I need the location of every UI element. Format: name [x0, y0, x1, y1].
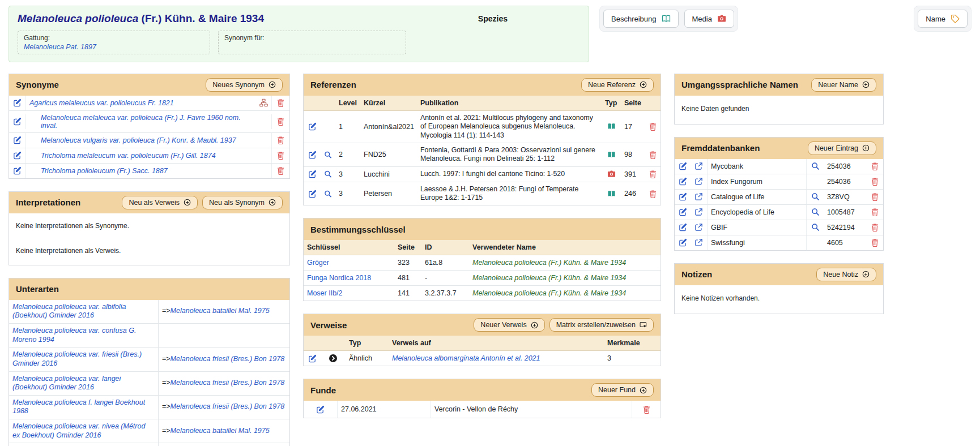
synonym-link[interactable]: Agaricus melaleucus var. polioleucus Fr.…	[29, 99, 174, 107]
edit-icon[interactable]	[9, 164, 26, 178]
edit-icon[interactable]	[304, 147, 321, 162]
camera-icon	[717, 14, 726, 23]
synonyme-panel-header: Synonyme Neues Synonym	[9, 74, 289, 96]
external-link-icon[interactable]	[691, 205, 708, 220]
delete-icon[interactable]	[645, 167, 661, 182]
delete-icon[interactable]	[866, 174, 883, 189]
search-icon[interactable]	[321, 186, 335, 201]
new-name-button[interactable]: Neuer Name	[811, 78, 876, 92]
title-author: (Fr.) Kühn. & Maire 1934	[142, 12, 264, 24]
delete-icon[interactable]	[866, 220, 883, 235]
edit-icon[interactable]	[304, 167, 321, 182]
new-synonym-button[interactable]: Neues Synonym	[206, 78, 283, 92]
edit-icon[interactable]	[675, 159, 691, 174]
edit-icon[interactable]	[304, 186, 321, 201]
new-verweis-button[interactable]: Neuer Verweis	[474, 318, 544, 332]
edit-icon[interactable]	[9, 96, 26, 110]
delete-icon[interactable]	[271, 164, 289, 178]
subtaxon-link[interactable]: Melanoleuca polioleuca var. confusa G. M…	[12, 327, 136, 344]
delete-icon[interactable]	[645, 147, 661, 162]
delete-icon[interactable]	[645, 186, 661, 201]
table-row: GBIF 5242194	[675, 220, 883, 235]
new-as-verweis-button[interactable]: Neu als Verweis	[122, 196, 198, 209]
edit-icon[interactable]	[675, 235, 691, 250]
gattung-link[interactable]: Melanoleuca Pat. 1897	[24, 43, 96, 51]
delete-icon[interactable]	[632, 401, 661, 418]
edit-icon[interactable]	[9, 114, 26, 129]
new-note-button[interactable]: Neue Notiz	[816, 268, 876, 281]
name-button[interactable]: Name	[918, 10, 968, 28]
subtaxon-ref-link[interactable]: Melanoleuca bataillei Mal. 1975	[171, 307, 270, 315]
key-link[interactable]: Moser IIb/2	[307, 289, 343, 297]
left-column: Synonyme Neues Synonym Agaricus melaleuc…	[8, 74, 290, 446]
media-button[interactable]: Media	[684, 10, 734, 28]
external-link-icon[interactable]	[691, 174, 708, 189]
synonym-link[interactable]: Melanoleuca vulgaris var. polioleuca (Fr…	[41, 136, 236, 144]
search-icon[interactable]	[807, 205, 824, 220]
database-name: Encyclopedia of Life	[708, 205, 807, 220]
verweis-merkmale: 3	[604, 351, 661, 366]
new-entry-button[interactable]: Neuer Eintrag	[808, 141, 876, 155]
new-fund-button[interactable]: Neuer Fund	[591, 383, 654, 397]
edit-icon[interactable]	[675, 220, 691, 235]
edit-icon[interactable]	[675, 205, 691, 220]
edit-icon[interactable]	[675, 174, 691, 189]
matrix-button[interactable]: Matrix erstellen/zuweisen	[549, 318, 654, 332]
goto-icon[interactable]	[321, 351, 346, 366]
rank-label: Spezies	[478, 12, 508, 23]
search-icon[interactable]	[807, 220, 824, 235]
plus-circle-icon	[640, 81, 647, 88]
edit-icon[interactable]	[304, 401, 338, 418]
synonym-link[interactable]: Melanoleuca melaleuca var. polioleuca (F…	[41, 114, 252, 130]
edit-icon[interactable]	[9, 133, 26, 148]
delete-icon[interactable]	[866, 235, 883, 250]
search-icon[interactable]	[321, 147, 335, 162]
delete-icon[interactable]	[866, 190, 883, 204]
delete-icon[interactable]	[271, 133, 289, 148]
middle-column: Referenzen Neue Referenz Level Kürzel Pu…	[303, 74, 661, 431]
new-as-synonym-button[interactable]: Neu als Synonym	[202, 196, 283, 209]
subtaxon-ref-link[interactable]: Melanoleuca bataillei Mal. 1975	[171, 427, 270, 435]
edit-icon[interactable]	[675, 190, 691, 204]
subtaxon-ref-link[interactable]: Melanoleuca friesii (Bres.) Bon 1978	[171, 379, 285, 387]
panel-title: Fremddatenbanken	[681, 143, 760, 153]
delete-icon[interactable]	[866, 205, 883, 220]
subtaxon-link[interactable]: Melanoleuca polioleuca f. langei Boekhou…	[12, 398, 145, 415]
search-icon[interactable]	[807, 190, 824, 204]
external-link-icon[interactable]	[691, 220, 708, 235]
edit-icon[interactable]	[304, 351, 321, 366]
subtaxon-link[interactable]: Melanoleuca polioleuca var. friesii (Bre…	[12, 350, 142, 367]
spacer	[304, 336, 321, 350]
subtaxon-ref-link[interactable]: Melanoleuca friesii (Bres.) Bon 1978	[171, 355, 285, 363]
synonym-link[interactable]: Tricholoma polioleucum (Fr.) Sacc. 1887	[41, 167, 168, 175]
synonym-link[interactable]: Tricholoma melaleucum var. polioleucum (…	[41, 152, 216, 160]
column-header: Typ	[346, 336, 389, 350]
subtaxon-link[interactable]: Melanoleuca polioleuca var. nivea (Métro…	[12, 422, 145, 439]
external-link-icon[interactable]	[691, 159, 708, 174]
search-icon[interactable]	[807, 159, 824, 174]
key-link[interactable]: Funga Nordica 2018	[307, 274, 371, 282]
database-id: 254036	[824, 174, 866, 189]
key-link[interactable]: Gröger	[307, 259, 329, 267]
edit-icon[interactable]	[304, 119, 321, 134]
subtaxon-link[interactable]: Melanoleuca polioleuca var. albifolia (B…	[12, 303, 126, 320]
hierarchy-icon[interactable]	[255, 96, 271, 110]
delete-icon[interactable]	[271, 96, 289, 110]
delete-icon[interactable]	[645, 119, 661, 134]
header-button-group: Beschreibung Media	[599, 6, 738, 32]
delete-icon[interactable]	[271, 148, 289, 163]
new-reference-button[interactable]: Neue Referenz	[581, 78, 654, 92]
search-icon[interactable]	[321, 167, 335, 182]
gattung-label: Gattung:	[24, 34, 204, 42]
delete-icon[interactable]	[271, 114, 289, 129]
external-link-icon[interactable]	[691, 190, 708, 204]
panel-title: Bestimmungsschlüssel	[310, 225, 406, 234]
subtaxon-ref-link[interactable]: Melanoleuca friesii (Bres.) Bon 1978	[171, 402, 285, 410]
external-link-icon[interactable]	[691, 235, 708, 250]
edit-icon[interactable]	[9, 148, 26, 163]
beschreibung-button[interactable]: Beschreibung	[603, 10, 679, 28]
right-column: Umgangssprachliche Namen Neuer Name Kein…	[674, 74, 884, 327]
subtaxon-link[interactable]: Melanoleuca polioleuca var. langei (Boek…	[12, 375, 121, 392]
delete-icon[interactable]	[866, 159, 883, 174]
verweis-link[interactable]: Melanoleuca albomarginata Antonín et al.…	[392, 354, 540, 362]
